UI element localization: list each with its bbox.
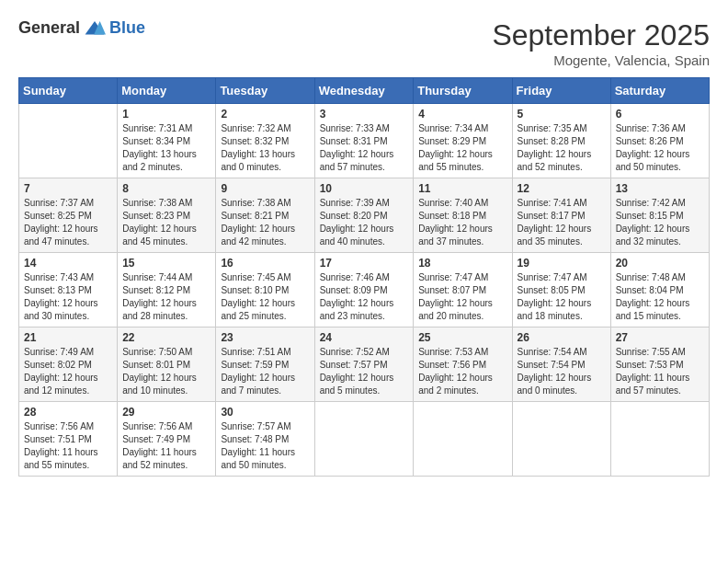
calendar-cell: 8Sunrise: 7:38 AMSunset: 8:23 PMDaylight… [118, 178, 216, 253]
day-info: Sunrise: 7:47 AMSunset: 8:05 PMDaylight:… [518, 271, 606, 323]
calendar-cell: 10Sunrise: 7:39 AMSunset: 8:20 PMDayligh… [314, 178, 414, 253]
calendar-cell: 24Sunrise: 7:52 AMSunset: 7:57 PMDayligh… [314, 327, 414, 402]
day-info: Sunrise: 7:38 AMSunset: 8:21 PMDaylight:… [221, 197, 309, 248]
calendar-cell [314, 402, 414, 477]
calendar-cell: 7Sunrise: 7:37 AMSunset: 8:25 PMDaylight… [19, 178, 118, 253]
day-info: Sunrise: 7:55 AMSunset: 7:53 PMDaylight:… [616, 346, 704, 397]
day-number: 12 [518, 182, 606, 195]
calendar-table: SundayMondayTuesdayWednesdayThursdayFrid… [18, 77, 710, 477]
calendar-cell: 12Sunrise: 7:41 AMSunset: 8:17 PMDayligh… [512, 178, 610, 253]
location: Mogente, Valencia, Spain [492, 52, 710, 68]
day-info: Sunrise: 7:49 AMSunset: 8:02 PMDaylight:… [24, 346, 112, 397]
day-number: 28 [24, 406, 112, 419]
day-info: Sunrise: 7:36 AMSunset: 8:26 PMDaylight:… [616, 122, 704, 174]
calendar-week-row: 21Sunrise: 7:49 AMSunset: 8:02 PMDayligh… [19, 327, 710, 402]
calendar-cell: 20Sunrise: 7:48 AMSunset: 8:04 PMDayligh… [610, 253, 709, 327]
day-info: Sunrise: 7:35 AMSunset: 8:28 PMDaylight:… [518, 122, 606, 174]
day-number: 15 [122, 257, 210, 270]
calendar-cell: 14Sunrise: 7:43 AMSunset: 8:13 PMDayligh… [19, 253, 118, 327]
calendar-cell: 1Sunrise: 7:31 AMSunset: 8:34 PMDaylight… [118, 104, 216, 178]
day-info: Sunrise: 7:46 AMSunset: 8:09 PMDaylight:… [320, 271, 409, 323]
day-info: Sunrise: 7:47 AMSunset: 8:07 PMDaylight:… [418, 271, 506, 323]
day-info: Sunrise: 7:38 AMSunset: 8:23 PMDaylight:… [122, 197, 210, 248]
day-number: 22 [122, 331, 210, 344]
calendar-cell: 9Sunrise: 7:38 AMSunset: 8:21 PMDaylight… [216, 178, 314, 253]
calendar-cell: 19Sunrise: 7:47 AMSunset: 8:05 PMDayligh… [512, 253, 610, 327]
calendar-cell [414, 402, 512, 477]
day-number: 2 [221, 108, 309, 121]
day-number: 26 [518, 331, 606, 344]
calendar-cell: 2Sunrise: 7:32 AMSunset: 8:32 PMDaylight… [216, 104, 314, 178]
day-info: Sunrise: 7:57 AMSunset: 7:48 PMDaylight:… [221, 420, 309, 472]
day-info: Sunrise: 7:31 AMSunset: 8:34 PMDaylight:… [122, 122, 210, 174]
calendar-header-row: SundayMondayTuesdayWednesdayThursdayFrid… [19, 78, 710, 104]
logo-icon [84, 19, 106, 38]
calendar-cell: 26Sunrise: 7:54 AMSunset: 7:54 PMDayligh… [512, 327, 610, 402]
day-info: Sunrise: 7:39 AMSunset: 8:20 PMDaylight:… [320, 197, 409, 248]
calendar-cell: 17Sunrise: 7:46 AMSunset: 8:09 PMDayligh… [314, 253, 414, 327]
day-number: 9 [221, 182, 309, 195]
day-number: 14 [24, 257, 112, 270]
calendar-cell: 3Sunrise: 7:33 AMSunset: 8:31 PMDaylight… [314, 104, 414, 178]
day-info: Sunrise: 7:50 AMSunset: 8:01 PMDaylight:… [122, 346, 210, 397]
day-number: 25 [418, 331, 506, 344]
page-header: General Blue September 2025 Mogente, Val… [18, 18, 710, 68]
calendar-cell: 4Sunrise: 7:34 AMSunset: 8:29 PMDaylight… [414, 104, 512, 178]
day-info: Sunrise: 7:40 AMSunset: 8:18 PMDaylight:… [418, 197, 506, 248]
day-number: 29 [122, 406, 210, 419]
day-number: 23 [221, 331, 309, 344]
calendar-cell: 11Sunrise: 7:40 AMSunset: 8:18 PMDayligh… [414, 178, 512, 253]
day-number: 24 [320, 331, 409, 344]
calendar-cell: 30Sunrise: 7:57 AMSunset: 7:48 PMDayligh… [216, 402, 314, 477]
day-info: Sunrise: 7:53 AMSunset: 7:56 PMDaylight:… [418, 346, 506, 397]
day-number: 19 [518, 257, 606, 270]
logo-blue: Blue [109, 18, 145, 38]
calendar-week-row: 7Sunrise: 7:37 AMSunset: 8:25 PMDaylight… [19, 178, 710, 253]
day-info: Sunrise: 7:54 AMSunset: 7:54 PMDaylight:… [518, 346, 606, 397]
day-number: 4 [418, 108, 506, 121]
calendar-cell: 18Sunrise: 7:47 AMSunset: 8:07 PMDayligh… [414, 253, 512, 327]
day-number: 7 [24, 182, 112, 195]
weekday-header-sunday: Sunday [19, 78, 118, 104]
logo: General Blue [18, 18, 145, 38]
day-number: 30 [221, 406, 309, 419]
calendar-cell [610, 402, 709, 477]
calendar-cell [19, 104, 118, 178]
calendar-cell: 21Sunrise: 7:49 AMSunset: 8:02 PMDayligh… [19, 327, 118, 402]
calendar-cell: 23Sunrise: 7:51 AMSunset: 7:59 PMDayligh… [216, 327, 314, 402]
calendar-cell: 29Sunrise: 7:56 AMSunset: 7:49 PMDayligh… [118, 402, 216, 477]
day-number: 21 [24, 331, 112, 344]
day-number: 6 [616, 108, 704, 121]
day-number: 8 [122, 182, 210, 195]
logo-general: General [18, 18, 80, 38]
day-info: Sunrise: 7:37 AMSunset: 8:25 PMDaylight:… [24, 197, 112, 248]
day-number: 20 [616, 257, 704, 270]
day-info: Sunrise: 7:42 AMSunset: 8:15 PMDaylight:… [616, 197, 704, 248]
weekday-header-saturday: Saturday [610, 78, 709, 104]
day-number: 17 [320, 257, 409, 270]
calendar-week-row: 14Sunrise: 7:43 AMSunset: 8:13 PMDayligh… [19, 253, 710, 327]
day-info: Sunrise: 7:48 AMSunset: 8:04 PMDaylight:… [616, 271, 704, 323]
day-info: Sunrise: 7:34 AMSunset: 8:29 PMDaylight:… [418, 122, 506, 174]
day-info: Sunrise: 7:51 AMSunset: 7:59 PMDaylight:… [221, 346, 309, 397]
day-info: Sunrise: 7:56 AMSunset: 7:49 PMDaylight:… [122, 420, 210, 472]
day-info: Sunrise: 7:56 AMSunset: 7:51 PMDaylight:… [24, 420, 112, 472]
calendar-cell: 5Sunrise: 7:35 AMSunset: 8:28 PMDaylight… [512, 104, 610, 178]
calendar-week-row: 28Sunrise: 7:56 AMSunset: 7:51 PMDayligh… [19, 402, 710, 477]
day-info: Sunrise: 7:44 AMSunset: 8:12 PMDaylight:… [122, 271, 210, 323]
calendar-cell: 13Sunrise: 7:42 AMSunset: 8:15 PMDayligh… [610, 178, 709, 253]
day-info: Sunrise: 7:52 AMSunset: 7:57 PMDaylight:… [320, 346, 409, 397]
title-block: September 2025 Mogente, Valencia, Spain [492, 18, 710, 68]
calendar-cell: 27Sunrise: 7:55 AMSunset: 7:53 PMDayligh… [610, 327, 709, 402]
calendar-cell: 16Sunrise: 7:45 AMSunset: 8:10 PMDayligh… [216, 253, 314, 327]
weekday-header-tuesday: Tuesday [216, 78, 314, 104]
day-number: 13 [616, 182, 704, 195]
weekday-header-wednesday: Wednesday [314, 78, 414, 104]
weekday-header-thursday: Thursday [414, 78, 512, 104]
day-number: 5 [518, 108, 606, 121]
weekday-header-monday: Monday [118, 78, 216, 104]
day-number: 1 [122, 108, 210, 121]
calendar-cell [512, 402, 610, 477]
calendar-cell: 22Sunrise: 7:50 AMSunset: 8:01 PMDayligh… [118, 327, 216, 402]
calendar-cell: 25Sunrise: 7:53 AMSunset: 7:56 PMDayligh… [414, 327, 512, 402]
